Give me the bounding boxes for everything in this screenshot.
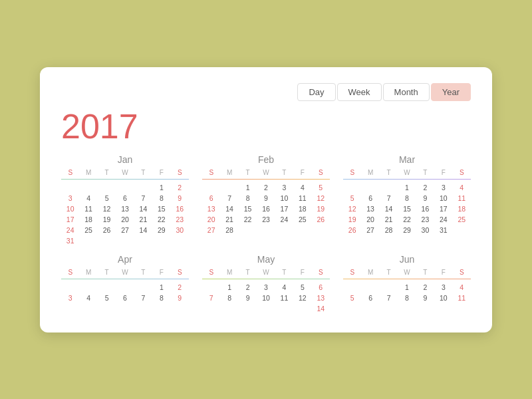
table-row: 12 xyxy=(61,282,189,293)
table-row: 6789101112 xyxy=(202,193,330,203)
table-row: 123456 xyxy=(202,282,330,293)
dow-thu: T xyxy=(134,168,152,178)
table-row: 3456789 xyxy=(61,193,189,203)
month-jun: Jun S M T W T F S 1234 xyxy=(343,254,471,314)
dow-wed: W xyxy=(116,168,134,178)
month-name-jun: Jun xyxy=(343,254,471,265)
table-row: 31 xyxy=(61,235,189,246)
month-apr: Apr S M T W T F S 12 xyxy=(61,254,189,314)
table-row: 13141516171819 xyxy=(202,203,330,214)
view-tabs: Day Week Month Year xyxy=(61,83,471,101)
table-row: 24252627142930 xyxy=(61,225,189,235)
table-row: 12131415161718 xyxy=(343,203,471,214)
month-jan: Jan S M T W T F S 12 xyxy=(61,154,189,246)
table-row: 12 xyxy=(61,182,189,193)
month-feb: Feb S M T W T F S 12345 xyxy=(202,154,330,246)
tab-year[interactable]: Year xyxy=(431,83,471,101)
table-row: 2728 xyxy=(202,225,330,235)
table-row: 567891011 xyxy=(343,193,471,203)
month-name-apr: Apr xyxy=(61,254,189,265)
tab-day[interactable]: Day xyxy=(297,83,335,101)
dow-mon: M xyxy=(79,168,97,178)
calendar-card: Day Week Month Year 2017 Jan S M T W T F… xyxy=(40,67,492,332)
table-row: 262728293031 xyxy=(343,225,471,235)
table-row: 20212223242526 xyxy=(202,214,330,225)
tab-week[interactable]: Week xyxy=(337,83,382,101)
dow-sun: S xyxy=(61,168,79,178)
table-row: 3456789 xyxy=(61,293,189,303)
table-row: 12345 xyxy=(202,182,330,193)
month-mar: Mar S M T W T F S 1234 xyxy=(343,154,471,246)
dow-sat: S xyxy=(171,168,189,178)
dow-fri: F xyxy=(152,168,170,178)
month-name-mar: Mar xyxy=(343,154,471,165)
table-row: 19202122232425 xyxy=(343,214,471,225)
month-may: May S M T W T F S 123456 xyxy=(202,254,330,314)
table-row: 78910111213 xyxy=(202,293,330,303)
month-name-feb: Feb xyxy=(202,154,330,165)
table-row: 1234 xyxy=(343,182,471,193)
tab-month[interactable]: Month xyxy=(383,83,430,101)
dow-tue: T xyxy=(98,168,116,178)
year-label: 2017 xyxy=(61,109,471,144)
table-row: 10111213141516 xyxy=(61,203,189,214)
month-name-may: May xyxy=(202,254,330,265)
month-name-jan: Jan xyxy=(61,154,189,165)
months-grid: Jan S M T W T F S 12 xyxy=(61,154,471,314)
table-row: 14 xyxy=(202,303,330,314)
table-row: 17181920212223 xyxy=(61,214,189,225)
table-row: 567891011 xyxy=(343,293,471,303)
table-row: 1234 xyxy=(343,282,471,293)
